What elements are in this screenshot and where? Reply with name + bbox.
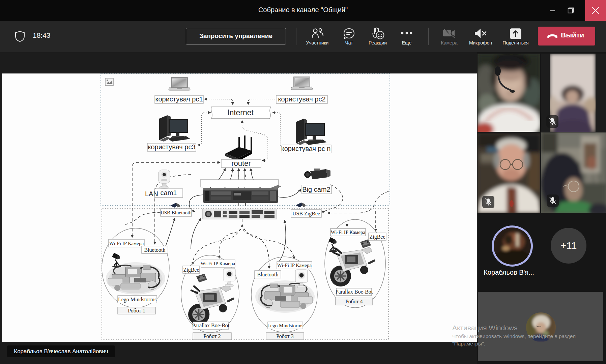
svg-text:LAN: LAN <box>145 190 158 198</box>
svg-text:USB Bluetooth: USB Bluetooth <box>161 210 192 215</box>
svg-text:Робот 1: Робот 1 <box>128 308 145 313</box>
svg-text:ZigBee: ZigBee <box>183 267 199 273</box>
svg-text:Big cam2: Big cam2 <box>302 186 330 193</box>
svg-text:Робот 3: Робот 3 <box>276 333 293 339</box>
svg-text:Lego Mindstorms: Lego Mindstorms <box>118 297 156 303</box>
svg-text:Робот 4: Робот 4 <box>345 299 363 304</box>
svg-text:користувач pc1: користувач pc1 <box>155 95 203 103</box>
svg-text:router: router <box>231 159 251 168</box>
svg-text:Lego Mindstorms: Lego Mindstorms <box>267 323 303 328</box>
svg-text:Робот 2: Робот 2 <box>203 333 221 339</box>
svg-text:Bluetooth: Bluetooth <box>257 272 278 277</box>
svg-text:користувач pc2: користувач pc2 <box>278 95 325 103</box>
svg-text:Wi-Fi IP Камера: Wi-Fi IP Камера <box>109 241 144 246</box>
svg-text:Wi-Fi IP Камера: Wi-Fi IP Камера <box>201 261 235 266</box>
svg-text:Wi-Fi IP Камера: Wi-Fi IP Камера <box>277 263 312 268</box>
svg-text:Wi-Fi IP Камера: Wi-Fi IP Камера <box>331 230 366 235</box>
svg-text:користувач pc3: користувач pc3 <box>148 143 195 151</box>
svg-text:Bluetooth: Bluetooth <box>144 247 165 253</box>
svg-text:cam1: cam1 <box>161 189 177 196</box>
svg-text:Parallax Boe-Bot: Parallax Boe-Bot <box>336 289 373 295</box>
svg-text:Internet: Internet <box>227 108 254 117</box>
svg-text:USB ZigBee: USB ZigBee <box>292 211 320 217</box>
svg-text:ZigBee: ZigBee <box>369 234 385 240</box>
svg-text:Parallax Boe-Bot: Parallax Boe-Bot <box>192 323 230 328</box>
svg-text:користувач pc n: користувач pc n <box>281 145 331 152</box>
